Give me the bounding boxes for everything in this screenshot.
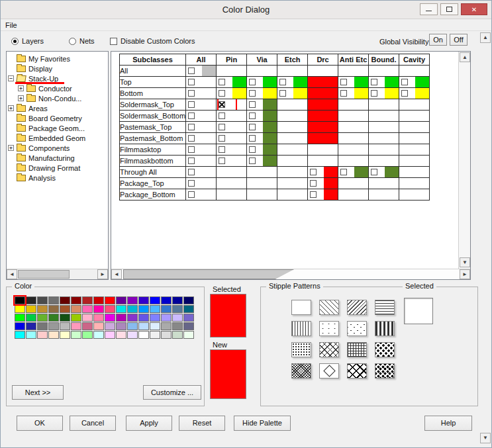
palette-swatch[interactable] xyxy=(15,322,25,330)
visibility-checkbox[interactable] xyxy=(188,124,195,130)
layer-cell[interactable] xyxy=(338,77,369,88)
minimize-button[interactable] xyxy=(420,3,438,15)
layer-cell[interactable] xyxy=(338,167,369,178)
visibility-checkbox[interactable] xyxy=(401,90,408,97)
palette-swatch[interactable] xyxy=(26,314,36,322)
palette-swatch[interactable] xyxy=(82,305,93,313)
dialog-scroll-up-icon[interactable]: ▲ xyxy=(480,32,491,43)
color-chip[interactable] xyxy=(232,77,246,87)
stipple-pattern-v-lines[interactable] xyxy=(291,321,311,336)
color-chip[interactable] xyxy=(354,167,368,177)
tree-item[interactable]: Drawing Format xyxy=(7,163,108,173)
layer-cell[interactable] xyxy=(369,66,399,77)
tree-item[interactable]: Embedded Geom xyxy=(7,133,108,143)
layer-cell[interactable] xyxy=(369,88,399,99)
stipple-pattern-dots-sparse[interactable] xyxy=(319,321,339,336)
tree-item[interactable]: +Conductor xyxy=(7,83,108,93)
palette-swatch[interactable] xyxy=(37,314,48,322)
layer-cell[interactable] xyxy=(217,77,247,88)
palette-swatch[interactable] xyxy=(161,331,172,339)
stipple-pattern-h-lines[interactable] xyxy=(375,300,395,315)
layer-cell[interactable] xyxy=(369,144,399,156)
color-chip[interactable] xyxy=(263,99,277,110)
scroll-right-icon[interactable]: ► xyxy=(97,269,108,279)
layer-cell[interactable] xyxy=(369,156,399,167)
layer-cell[interactable] xyxy=(399,144,430,156)
layer-cell[interactable] xyxy=(369,133,399,144)
palette-swatch[interactable] xyxy=(93,296,104,304)
expand-icon[interactable]: + xyxy=(18,95,24,101)
palette-swatch[interactable] xyxy=(105,305,115,313)
color-chip[interactable] xyxy=(263,144,277,155)
layer-cell[interactable] xyxy=(247,66,277,77)
layer-cell[interactable] xyxy=(308,77,338,88)
help-button[interactable]: Help xyxy=(424,416,472,431)
palette-swatch[interactable] xyxy=(172,296,183,304)
layer-cell[interactable] xyxy=(308,178,338,189)
palette-swatch[interactable] xyxy=(183,322,194,330)
layer-cell[interactable] xyxy=(399,156,430,167)
scroll-down-icon[interactable]: ▼ xyxy=(460,257,470,267)
palette-swatch[interactable] xyxy=(150,314,160,322)
table-horizontal-scrollbar[interactable]: ◄ ► xyxy=(111,269,470,279)
layer-cell[interactable] xyxy=(186,77,217,88)
palette-swatch[interactable] xyxy=(26,331,36,339)
visibility-checkbox[interactable] xyxy=(188,67,195,74)
visibility-checkbox[interactable] xyxy=(249,146,256,153)
layer-cell[interactable] xyxy=(186,167,217,178)
tree-item[interactable]: Package Geom... xyxy=(7,123,108,133)
layer-cell[interactable] xyxy=(247,178,277,189)
layer-cell[interactable] xyxy=(369,111,399,122)
color-chip[interactable] xyxy=(324,167,338,177)
layer-cell[interactable] xyxy=(277,189,308,201)
visibility-checkbox[interactable] xyxy=(340,79,347,85)
palette-swatch[interactable] xyxy=(93,322,104,330)
palette-swatch[interactable] xyxy=(150,331,160,339)
stipple-pattern-lattice[interactable] xyxy=(347,363,367,379)
color-chip[interactable] xyxy=(415,88,429,99)
visibility-checkbox[interactable] xyxy=(249,112,256,119)
palette-swatch[interactable] xyxy=(82,322,93,330)
tree-item[interactable]: +Components xyxy=(7,143,108,153)
scroll-up-icon[interactable]: ▲ xyxy=(460,52,470,62)
disable-custom-colors-checkbox[interactable] xyxy=(110,38,117,45)
ok-button[interactable]: OK xyxy=(17,416,63,431)
stipple-pattern-heavy-dots[interactable] xyxy=(375,363,395,379)
layer-cell[interactable] xyxy=(399,133,430,144)
stipple-pattern-solid[interactable] xyxy=(291,300,311,315)
visibility-checkbox[interactable] xyxy=(340,169,347,175)
layer-cell[interactable] xyxy=(338,111,369,122)
layer-cell[interactable] xyxy=(277,66,308,77)
visibility-checkbox[interactable] xyxy=(188,135,195,142)
palette-swatch[interactable] xyxy=(172,305,183,313)
visibility-checkbox[interactable] xyxy=(188,157,195,164)
palette-swatch[interactable] xyxy=(37,331,48,339)
tree-item[interactable]: Display xyxy=(7,64,108,73)
layer-cell[interactable] xyxy=(217,189,247,201)
palette-swatch[interactable] xyxy=(82,314,93,322)
layer-cell[interactable] xyxy=(186,66,217,77)
layer-cell[interactable] xyxy=(369,189,399,201)
layer-cell[interactable] xyxy=(308,133,338,144)
layer-cell[interactable] xyxy=(277,122,308,133)
expand-icon[interactable]: + xyxy=(18,85,24,91)
palette-swatch[interactable] xyxy=(48,305,59,313)
tree-scroll-thumb[interactable] xyxy=(18,270,70,279)
visibility-checkbox[interactable] xyxy=(340,90,347,97)
layer-cell[interactable] xyxy=(217,167,247,178)
palette-swatch[interactable] xyxy=(127,296,138,304)
palette-swatch[interactable] xyxy=(82,296,93,304)
palette-swatch[interactable] xyxy=(26,296,36,304)
layer-cell[interactable] xyxy=(217,66,247,77)
layer-cell[interactable] xyxy=(247,167,277,178)
tree-item[interactable]: +Areas xyxy=(7,103,108,113)
palette-swatch[interactable] xyxy=(150,305,160,313)
palette-swatch[interactable] xyxy=(48,322,59,330)
palette-swatch[interactable] xyxy=(150,296,160,304)
palette-swatch[interactable] xyxy=(138,331,149,339)
palette-swatch[interactable] xyxy=(71,296,81,304)
palette-swatch[interactable] xyxy=(127,305,138,313)
color-chip[interactable] xyxy=(263,88,277,99)
visibility-checkbox[interactable] xyxy=(219,157,225,164)
color-chip[interactable] xyxy=(293,88,307,99)
